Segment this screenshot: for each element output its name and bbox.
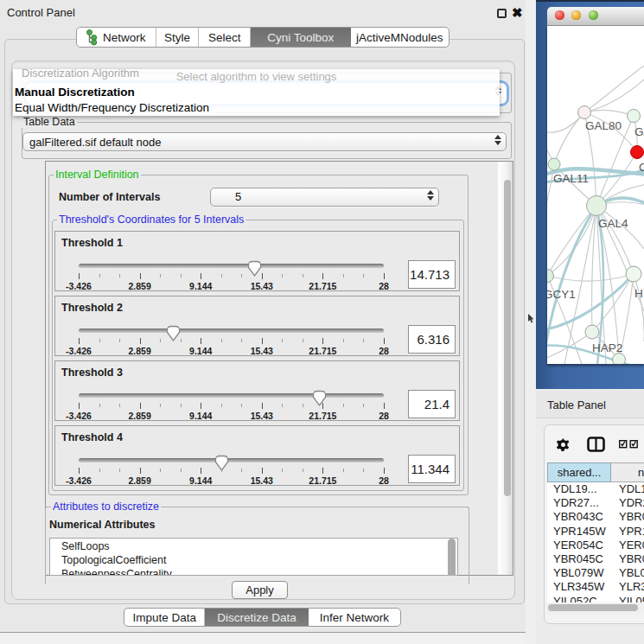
svg-text:GAL4: GAL4: [598, 217, 628, 230]
svg-text:GA: GA: [634, 125, 644, 138]
svg-text:GCY1: GCY1: [547, 288, 576, 301]
svg-text:GAL80: GAL80: [585, 119, 622, 132]
svg-text:H: H: [634, 287, 643, 300]
svg-text:C: C: [639, 161, 644, 174]
svg-text:HAP2: HAP2: [592, 341, 622, 354]
svg-text:GAL11: GAL11: [553, 172, 589, 185]
